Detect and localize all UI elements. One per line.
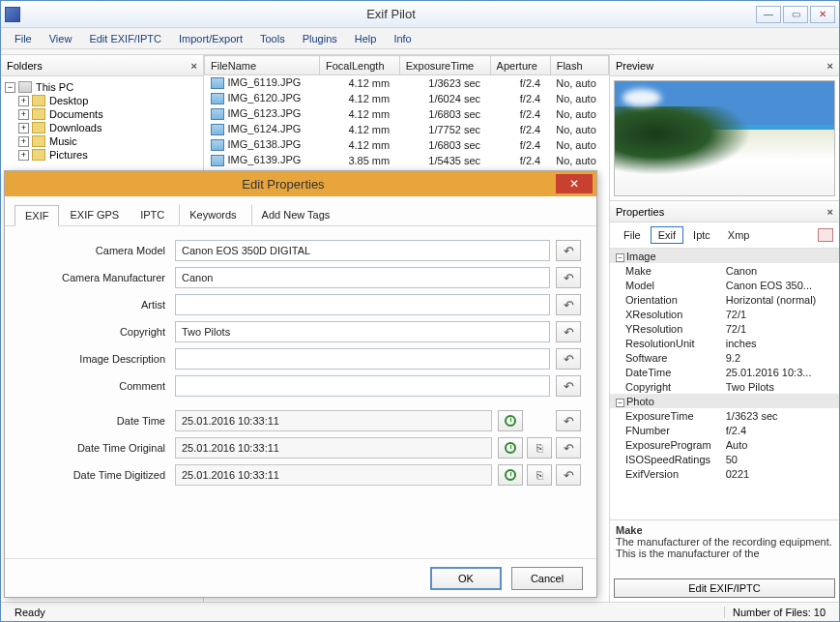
properties-body[interactable]: −ImageMakeCanonModelCanon EOS 350...Orie… [610,249,839,520]
lab-artist: Artist [20,299,175,311]
table-row[interactable]: IMG_6119.JPG4.12 mm1/3623 secf/2.4No, au… [205,75,609,91]
col-exposuretime[interactable]: ExposureTime [399,56,490,75]
property-row[interactable]: ExposureProgramAuto [610,437,839,452]
property-row[interactable]: FNumberf/2.4 [610,423,839,437]
table-row[interactable]: IMG_6123.JPG4.12 mm1/6803 secf/2.4No, au… [205,106,609,122]
tree-item-desktop[interactable]: +Desktop [5,94,199,107]
edit-exif-iptc-button[interactable]: Edit EXIF/IPTC [614,578,835,598]
dtab-add-new-tags[interactable]: Add New Tags [251,204,341,225]
dtab-exif-gps[interactable]: EXIF GPS [59,204,130,225]
expand-icon[interactable]: + [18,150,29,161]
lab-comment: Comment [20,380,175,392]
properties-config-icon[interactable] [818,228,833,242]
clock-button[interactable] [498,437,523,459]
menu-view[interactable]: View [42,31,80,46]
property-row[interactable]: MakeCanon [610,263,839,278]
undo-button[interactable]: ↶ [556,410,581,431]
menu-edit-exif-iptc[interactable]: Edit EXIF/IPTC [81,31,169,46]
undo-button[interactable]: ↶ [556,348,581,370]
dtab-keywords[interactable]: Keywords [179,204,246,225]
col-aperture[interactable]: Aperture [490,56,550,75]
expand-icon[interactable]: + [18,136,29,147]
table-row[interactable]: IMG_6124.JPG4.12 mm1/7752 secf/2.4No, au… [205,122,609,137]
dtab-iptc[interactable]: IPTC [130,204,175,225]
property-row[interactable]: ExifVersion0221 [610,466,839,481]
undo-button[interactable]: ↶ [556,437,581,459]
input-date-time-original[interactable] [175,437,492,459]
menu-import-export[interactable]: Import/Export [171,31,250,46]
collapse-icon[interactable]: − [616,253,624,262]
menu-help[interactable]: Help [347,31,385,46]
menu-tools[interactable]: Tools [252,31,293,46]
undo-button[interactable]: ↶ [556,267,581,288]
expand-icon[interactable]: + [18,109,29,120]
status-left: Ready [7,607,53,618]
property-row[interactable]: Software9.2 [610,350,839,365]
cancel-button[interactable]: Cancel [511,567,583,590]
input-comment[interactable] [175,375,550,397]
input-camera-manufacturer[interactable] [175,267,550,288]
table-row[interactable]: IMG_6138.JPG4.12 mm1/6803 secf/2.4No, au… [205,137,609,153]
properties-close-icon[interactable]: × [827,206,833,218]
table-row[interactable]: IMG_6139.JPG3.85 mm1/5435 secf/2.4No, au… [205,153,609,168]
undo-button[interactable]: ↶ [556,240,581,261]
property-row[interactable]: ResolutionUnitinches [610,336,839,350]
undo-button[interactable]: ↶ [556,464,581,486]
collapse-icon[interactable]: − [5,82,15,93]
expand-icon[interactable]: + [18,96,29,106]
input-artist[interactable] [175,294,550,315]
undo-button[interactable]: ↶ [556,321,581,342]
dtab-exif[interactable]: EXIF [14,205,59,226]
tree-item-documents[interactable]: +Documents [5,107,199,121]
ok-button[interactable]: OK [430,567,502,590]
lab-camera-model: Camera Model [20,245,175,256]
collapse-icon[interactable]: − [616,399,624,407]
maximize-button[interactable]: ▭ [783,6,808,23]
property-row[interactable]: XResolution72/1 [610,307,839,321]
ptab-xmp[interactable]: Xmp [720,226,758,244]
input-image-description[interactable] [175,348,550,370]
menu-file[interactable]: File [7,31,40,46]
property-row[interactable]: ModelCanon EOS 350... [610,278,839,292]
folders-close-icon[interactable]: × [191,60,197,72]
copy-icon: ⎘ [536,442,543,454]
input-date-time[interactable] [175,410,492,431]
input-camera-model[interactable] [175,240,550,261]
property-group[interactable]: −Photo [610,394,839,408]
tree-item-downloads[interactable]: +Downloads [5,121,199,134]
undo-button[interactable]: ↶ [556,375,581,397]
col-flash[interactable]: Flash [550,56,608,75]
expand-icon[interactable]: + [18,123,29,133]
tree-root[interactable]: −This PC [5,80,199,94]
copy-button[interactable]: ⎘ [527,464,552,486]
col-focallength[interactable]: FocalLength [320,56,400,75]
ptab-file[interactable]: File [616,226,649,244]
property-row[interactable]: ISOSpeedRatings50 [610,452,839,466]
dialog-close-button[interactable]: ✕ [556,174,593,193]
copy-button[interactable]: ⎘ [527,437,552,459]
undo-button[interactable]: ↶ [556,294,581,315]
input-date-time-digitized[interactable] [175,464,492,486]
edit-properties-dialog: Edit Properties ✕ EXIF EXIF GPS IPTC Key… [4,170,597,598]
col-filename[interactable]: FileName [205,56,320,75]
property-row[interactable]: DateTime25.01.2016 10:3... [610,365,839,379]
clock-button[interactable] [498,464,523,486]
property-row[interactable]: YResolution72/1 [610,321,839,336]
preview-close-icon[interactable]: × [827,60,833,72]
input-copyright[interactable] [175,321,550,342]
close-button[interactable]: ✕ [810,6,835,23]
property-row[interactable]: CopyrightTwo Pilots [610,379,839,394]
property-group[interactable]: −Image [610,249,839,263]
menu-info[interactable]: Info [386,31,419,46]
property-row[interactable]: OrientationHorizontal (normal) [610,292,839,307]
minimize-button[interactable]: — [756,6,781,23]
ptab-exif[interactable]: Exif [651,226,683,244]
app-title: Exif Pilot [26,7,756,21]
property-row[interactable]: ExposureTime1/3623 sec [610,408,839,423]
clock-button[interactable] [498,410,523,431]
tree-item-music[interactable]: +Music [5,134,199,148]
tree-item-pictures[interactable]: +Pictures [5,148,199,162]
menu-plugins[interactable]: Plugins [295,31,345,46]
table-row[interactable]: IMG_6120.JPG4.12 mm1/6024 secf/2.4No, au… [205,91,609,106]
ptab-iptc[interactable]: Iptc [685,226,718,244]
